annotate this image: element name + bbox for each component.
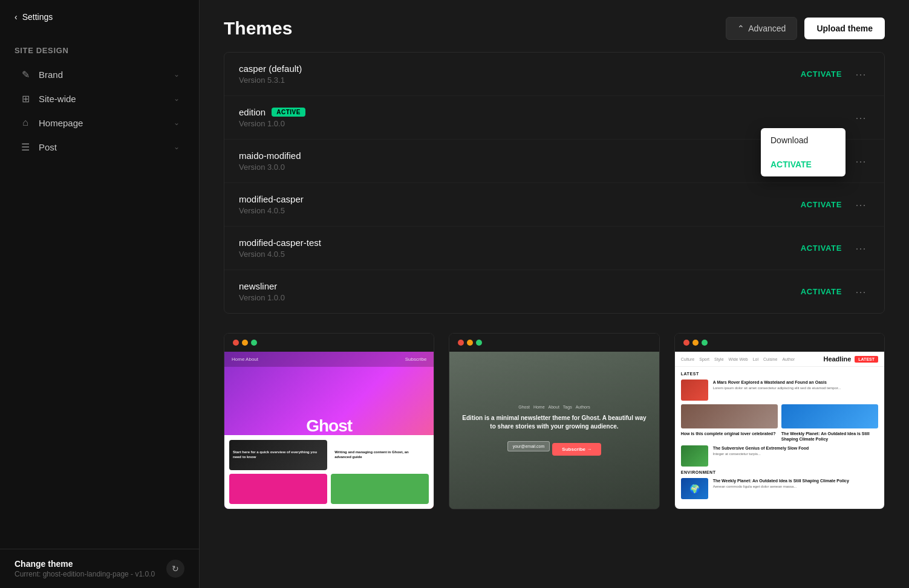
sidebar-item-post[interactable]: ☰ Post ⌄	[5, 135, 194, 159]
more-options-button[interactable]: ⋯	[852, 284, 870, 300]
ghost-nav-bar: Home About Subscribe	[224, 352, 434, 367]
article-thumbnail: 🌍	[681, 478, 708, 499]
ghost-article-card	[331, 474, 429, 504]
ghost-article-card	[229, 474, 327, 504]
chevron-down-icon-4: ⌄	[174, 143, 180, 151]
theme-name: modified-casper	[239, 194, 304, 204]
ghost-article-card: Writing and managing content in Ghost, a…	[331, 440, 429, 470]
change-theme-section: Change theme Current: ghost-edition-land…	[0, 549, 199, 588]
sidebar-item-homepage[interactable]: ⌂ Homepage ⌄	[5, 111, 194, 135]
dropdown-download[interactable]: Download	[761, 128, 845, 152]
theme-actions: ACTIVATE ⋯	[801, 241, 870, 256]
dot-green	[702, 340, 708, 346]
upload-theme-button[interactable]: Upload theme	[804, 18, 885, 39]
list-item: The Weekly Planet: An Outdated Idea is S…	[781, 404, 878, 442]
list-item: How is this complete original lover cele…	[681, 404, 778, 442]
main-content: Themes ⌃ Advanced Upload theme casper (d…	[200, 0, 909, 588]
ghost-title: Ghost	[306, 416, 352, 436]
activate-button[interactable]: ACTIVATE	[801, 244, 842, 253]
homepage-icon: ⌂	[19, 117, 31, 129]
theme-actions: ACTIVATE ⋯	[801, 284, 870, 300]
dropdown-activate[interactable]: ACTIVATE	[761, 152, 845, 176]
headline-logo: Headline	[823, 355, 851, 363]
ghost-article-card: Start here for a quick overview of every…	[229, 440, 327, 470]
refresh-button[interactable]: ↻	[166, 560, 184, 578]
site-wide-icon: ⊞	[19, 92, 31, 105]
active-badge: ACTIVE	[272, 108, 305, 117]
dot-yellow	[467, 340, 473, 346]
ghost-articles: Start here for a quick overview of every…	[224, 435, 434, 509]
list-item: The Subversive Genius of Extremely Slow …	[681, 445, 878, 467]
more-options-button[interactable]: ⋯	[852, 66, 870, 82]
theme-name: maido-modified	[239, 150, 301, 161]
previews-grid: Home About Subscribe Ghost The professio…	[224, 333, 885, 509]
list-item: A Mars Rover Explored a Wasteland and Fo…	[681, 380, 878, 401]
dot-green	[476, 340, 482, 346]
theme-version: Version 3.0.0	[239, 163, 301, 172]
preview-image: Home About Subscribe Ghost The professio…	[224, 352, 434, 509]
dot-yellow	[692, 340, 699, 346]
more-options-button[interactable]: ⋯	[852, 110, 870, 126]
activate-button[interactable]: ACTIVATE	[801, 287, 842, 296]
edition-cta: Subscribe →	[552, 443, 601, 456]
change-theme-subtitle: Current: ghost-edition-landing-page - v1…	[15, 570, 155, 578]
sidebar-item-label-brand: Brand	[39, 69, 63, 80]
theme-name: edition ACTIVE	[239, 107, 305, 117]
advanced-button[interactable]: ⌃ Advanced	[726, 17, 797, 40]
latest-badge: LATEST	[855, 356, 878, 363]
dot-red	[233, 340, 239, 346]
theme-name: newsliner	[239, 281, 285, 291]
dot-yellow	[242, 340, 248, 346]
chevron-down-icon-2: ⌄	[174, 94, 180, 103]
back-button[interactable]: ‹ Settings	[0, 0, 199, 34]
dot-red	[683, 340, 689, 346]
chevron-down-icon-3: ⌄	[174, 118, 180, 127]
preview-image: Culture Sport Style Wide Web Lol Cuisine…	[675, 352, 884, 509]
sidebar-item-site-wide[interactable]: ⊞ Site-wide ⌄	[5, 86, 194, 111]
header-actions: ⌃ Advanced Upload theme	[726, 17, 885, 40]
headline-nav: Culture Sport Style Wide Web Lol Cuisine…	[675, 352, 884, 367]
back-arrow-icon: ‹	[15, 12, 18, 22]
dropdown-menu: Download ACTIVATE	[761, 128, 845, 176]
window-controls	[675, 334, 884, 352]
brand-icon: ✎	[19, 68, 31, 80]
theme-row: casper (default) Version 5.3.1 ACTIVATE …	[224, 53, 884, 96]
edition-preview-card[interactable]: Ghost Home About Tags Authors Edition is…	[449, 333, 659, 509]
theme-actions: ACTIVATE ⋯	[801, 66, 870, 82]
sidebar-item-label-site-wide: Site-wide	[39, 94, 76, 104]
activate-button[interactable]: ACTIVATE	[801, 200, 842, 209]
more-options-button[interactable]: ⋯	[852, 153, 870, 169]
activate-button[interactable]: ACTIVATE	[801, 69, 842, 79]
ghost-preview-card[interactable]: Home About Subscribe Ghost The professio…	[224, 333, 434, 509]
theme-row: edition ACTIVE Version 1.0.0 ⋯ Download …	[224, 96, 884, 140]
theme-actions: ⋯ Download ACTIVATE	[852, 110, 870, 126]
article-thumbnail	[681, 404, 778, 428]
window-controls	[449, 334, 659, 352]
sidebar-item-label-homepage: Homepage	[39, 118, 83, 128]
more-options-button[interactable]: ⋯	[852, 197, 870, 213]
theme-actions: ACTIVATE ⋯	[801, 197, 870, 213]
theme-row: modified-casper Version 4.0.5 ACTIVATE ⋯	[224, 183, 884, 227]
previews-section: Home About Subscribe Ghost The professio…	[200, 314, 909, 534]
headline-preview-bg: Culture Sport Style Wide Web Lol Cuisine…	[675, 352, 884, 509]
dot-green	[251, 340, 257, 346]
themes-list: casper (default) Version 5.3.1 ACTIVATE …	[224, 52, 885, 314]
edition-preview-bg: Ghost Home About Tags Authors Edition is…	[449, 352, 659, 509]
more-options-button[interactable]: ⋯	[852, 241, 870, 256]
headline-preview-card[interactable]: Culture Sport Style Wide Web Lol Cuisine…	[674, 333, 885, 509]
preview-image: Ghost Home About Tags Authors Edition is…	[449, 352, 659, 509]
theme-version: Version 4.0.5	[239, 206, 304, 215]
ghost-preview-bg: Home About Subscribe Ghost The professio…	[224, 352, 434, 509]
back-label: Settings	[22, 12, 53, 22]
page-title: Themes	[224, 18, 292, 39]
article-thumbnail	[681, 445, 708, 467]
dot-red	[458, 340, 464, 346]
edition-bg: Ghost Home About Tags Authors Edition is…	[449, 352, 659, 509]
sidebar: ‹ Settings Site design ✎ Brand ⌄ ⊞ Site-…	[0, 0, 200, 588]
theme-name: modified-casper-test	[239, 237, 321, 248]
theme-version: Version 1.0.0	[239, 293, 285, 302]
edition-text: Ghost Home About Tags Authors Edition is…	[449, 393, 659, 468]
theme-row: newsliner Version 1.0.0 ACTIVATE ⋯	[224, 270, 884, 313]
theme-version: Version 1.0.0	[239, 119, 305, 128]
sidebar-item-brand[interactable]: ✎ Brand ⌄	[5, 62, 194, 86]
